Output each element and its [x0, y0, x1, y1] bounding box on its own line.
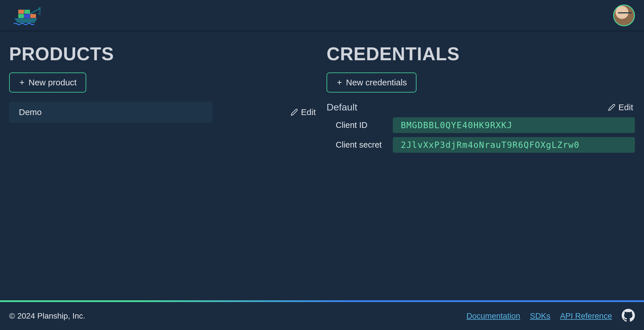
- new-credentials-button[interactable]: New credentials: [327, 73, 416, 92]
- svg-rect-2: [24, 10, 30, 14]
- svg-rect-4: [24, 14, 30, 18]
- app-footer: © 2024 Planship, Inc. Documentation SDKs…: [0, 302, 644, 330]
- credential-name: Default: [327, 102, 357, 113]
- new-credentials-label: New credentials: [346, 78, 407, 87]
- footer-copyright: © 2024 Planship, Inc.: [9, 311, 85, 321]
- api-reference-link[interactable]: API Reference: [560, 311, 612, 321]
- new-product-button[interactable]: New product: [9, 73, 86, 92]
- github-icon: [622, 309, 635, 322]
- brand-logo[interactable]: [9, 5, 41, 26]
- products-section: PRODUCTS New product Demo Edit: [9, 43, 317, 291]
- new-product-label: New product: [29, 78, 77, 87]
- credentials-section: CREDENTIALS New credentials Default Edit: [327, 43, 635, 291]
- credential-header: Default Edit: [327, 102, 635, 113]
- credential-card: Default Edit Client ID BMGDBBL0QYE40HK9R…: [327, 102, 635, 157]
- client-id-label: Client ID: [336, 120, 387, 130]
- product-item[interactable]: Demo: [9, 102, 213, 123]
- credentials-title: CREDENTIALS: [327, 43, 635, 65]
- product-name: Demo: [19, 107, 42, 117]
- product-row: Demo Edit: [9, 102, 317, 123]
- github-link[interactable]: [622, 309, 635, 323]
- edit-credential-button[interactable]: Edit: [608, 102, 635, 112]
- documentation-link[interactable]: Documentation: [466, 311, 520, 321]
- client-id-value[interactable]: BMGDBBL0QYE40HK9RXKJ: [393, 117, 635, 133]
- app-header: [0, 0, 644, 31]
- client-secret-row: Client secret 2JlvXxP3djRm4oNrauT9R6QFOX…: [327, 137, 635, 153]
- client-secret-value[interactable]: 2JlvXxP3djRm4oNrauT9R6QFOXgLZrw0: [393, 137, 635, 153]
- plus-icon: [336, 79, 343, 86]
- ship-icon: [9, 5, 41, 26]
- pencil-icon: [291, 108, 298, 116]
- svg-rect-3: [18, 14, 24, 18]
- svg-rect-1: [18, 10, 24, 14]
- edit-credential-label: Edit: [618, 102, 633, 112]
- client-id-row: Client ID BMGDBBL0QYE40HK9RXKJ: [327, 117, 635, 133]
- sdks-link[interactable]: SDKs: [530, 311, 550, 321]
- pencil-icon: [608, 104, 615, 111]
- main-content: PRODUCTS New product Demo Edit CREDENTIA…: [0, 31, 644, 300]
- plus-icon: [19, 79, 25, 86]
- edit-product-label: Edit: [301, 107, 316, 117]
- products-title: PRODUCTS: [9, 43, 317, 65]
- user-avatar[interactable]: [613, 5, 635, 26]
- edit-product-button[interactable]: Edit: [291, 107, 317, 117]
- footer-links: Documentation SDKs API Reference: [466, 309, 635, 323]
- svg-rect-5: [30, 14, 36, 18]
- client-secret-label: Client secret: [336, 140, 387, 150]
